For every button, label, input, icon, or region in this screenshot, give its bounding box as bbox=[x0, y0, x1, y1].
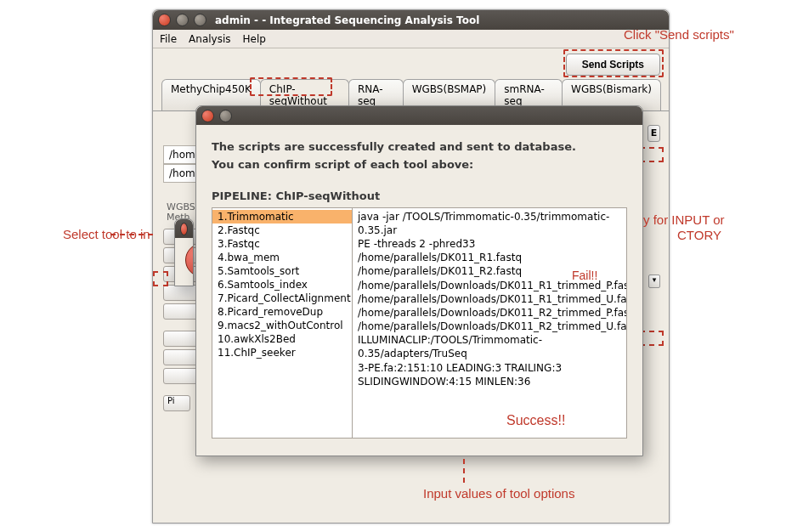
script-preview: java -jar /TOOLS/Trimmomatic-0.35/trimmo… bbox=[352, 208, 626, 438]
dialog-body: The scripts are successfully created and… bbox=[196, 125, 642, 452]
anno-success: Success!! bbox=[506, 413, 565, 428]
script-line: /home/parallels/Downloads/DK011_R2_trimm… bbox=[358, 320, 621, 333]
anno-frame bbox=[640, 147, 664, 162]
list-item[interactable]: 9.macs2_withOutControl bbox=[212, 319, 352, 332]
pipeline-header: PIPELINE: ChIP-seqWithout bbox=[212, 190, 627, 202]
maximize-icon[interactable] bbox=[194, 14, 206, 26]
list-item[interactable]: 11.ChIP_seeker bbox=[212, 346, 352, 359]
error-dialog: X bbox=[174, 218, 194, 286]
chevron-down-icon[interactable]: ▾ bbox=[648, 274, 660, 288]
script-line: PE -threads 2 -phred33 /home/parallels/D… bbox=[358, 237, 621, 264]
dialog-titlebar bbox=[196, 106, 642, 125]
menu-help[interactable]: Help bbox=[243, 33, 266, 45]
confirm-message: The scripts are successfully created and… bbox=[212, 139, 627, 174]
anno-input-dir-2: CTORY bbox=[677, 228, 721, 242]
confirm-msg-line: The scripts are successfully created and… bbox=[212, 139, 627, 156]
script-line: /home/parallels/Downloads/DK011_R2_trimm… bbox=[358, 306, 621, 320]
dialog-titlebar bbox=[175, 219, 193, 238]
list-item[interactable]: 2.Fastqc bbox=[212, 224, 352, 237]
titlebar: admin - - Integrated Sequencing Analysis… bbox=[153, 10, 669, 30]
anno-frame bbox=[640, 331, 664, 346]
confirm-msg-line: You can confirm script of each tool abov… bbox=[212, 156, 627, 174]
anno-leader-line bbox=[110, 234, 153, 235]
list-item[interactable]: 1.Trimmomatic bbox=[212, 210, 352, 224]
menubar: File Analysis Help bbox=[153, 30, 669, 48]
menu-file[interactable]: File bbox=[160, 33, 177, 45]
window-title: admin - - Integrated Sequencing Analysis… bbox=[215, 14, 479, 26]
close-icon[interactable] bbox=[180, 223, 188, 235]
list-item[interactable]: 6.Samtools_index bbox=[212, 278, 352, 291]
list-item[interactable]: 5.Samtools_sort bbox=[212, 264, 352, 278]
list-item[interactable]: 7.Picard_CollectAlignment bbox=[212, 291, 352, 305]
toolbar: Send Scripts bbox=[153, 48, 669, 82]
anno-input-dir-1: y for INPUT or bbox=[643, 212, 725, 227]
minimize-icon[interactable] bbox=[219, 110, 232, 122]
close-icon[interactable] bbox=[158, 14, 171, 26]
anno-click-send: Click "Send scripts" bbox=[624, 27, 734, 42]
list-item[interactable]: 8.Picard_removeDup bbox=[212, 305, 352, 319]
anno-frame-send bbox=[563, 49, 664, 77]
minimize-icon[interactable] bbox=[176, 14, 189, 26]
script-line: java -jar /TOOLS/Trimmomatic-0.35/trimmo… bbox=[358, 210, 621, 237]
list-item[interactable]: 4.bwa_mem bbox=[212, 251, 352, 264]
error-icon: X bbox=[185, 243, 194, 277]
anno-fail: Fail!! bbox=[572, 269, 597, 282]
pipeline-panel: 1.Trimmomatic 2.Fastqc 3.Fastqc 4.bwa_me… bbox=[212, 207, 627, 439]
menu-analysis[interactable]: Analysis bbox=[189, 33, 230, 45]
script-line: /home/parallels/Downloads/DK011_R1_trimm… bbox=[358, 292, 621, 306]
anno-input-opts: Input values of tool options bbox=[423, 486, 574, 501]
script-line: SLIDINGWINDOW:4:15 MINLEN:36 bbox=[358, 375, 621, 388]
list-item[interactable]: Pi bbox=[163, 395, 190, 411]
anno-leader-line bbox=[463, 459, 465, 483]
script-line: 3-PE.fa:2:151:10 LEADING:3 TRAILING:3 bbox=[358, 361, 621, 375]
script-line: ILLUMINACLIP:/TOOLS/Trimmomatic-0.35/ada… bbox=[358, 333, 621, 360]
anno-frame-tab bbox=[250, 77, 332, 96]
list-item[interactable]: 10.awkXls2Bed bbox=[212, 332, 352, 346]
close-icon[interactable] bbox=[201, 110, 214, 122]
pipeline-tool-list[interactable]: 1.Trimmomatic 2.Fastqc 3.Fastqc 4.bwa_me… bbox=[212, 208, 352, 438]
browse-button[interactable]: E bbox=[647, 125, 660, 142]
anno-frame bbox=[153, 271, 168, 286]
list-item[interactable]: 3.Fastqc bbox=[212, 237, 352, 251]
